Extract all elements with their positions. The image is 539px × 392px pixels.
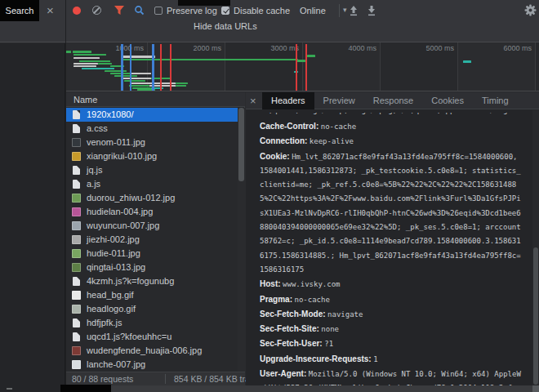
header-entry: Cache-Control: no-cache	[260, 119, 521, 134]
table-row[interactable]: hudielan-004.jpg	[65, 205, 238, 219]
scrollbar-thumb[interactable]	[238, 108, 244, 181]
search-icon[interactable]	[134, 5, 145, 16]
tab-response[interactable]: Response	[364, 92, 423, 109]
network-overview-timeline[interactable]: 1000 ms2000 ms3000 ms4000 ms5000 ms6000 …	[65, 42, 539, 91]
image-file-icon	[72, 207, 81, 216]
preserve-log-checkbox[interactable]	[154, 7, 163, 15]
table-row[interactable]: wudengfende_huajia-006.jpg	[65, 344, 238, 358]
table-row[interactable]: a.css	[65, 122, 238, 136]
table-row[interactable]: jq.js	[65, 163, 238, 177]
table-row[interactable]: wuyuncun-007.jpg	[65, 219, 238, 233]
image-file-icon	[72, 138, 81, 147]
tab-timing[interactable]: Timing	[473, 92, 518, 109]
image-file-icon	[72, 305, 81, 314]
table-row[interactable]: duorou_zhiwu-012.jpg	[65, 191, 238, 205]
network-toolbar: Search × Preserve log Disable cache Onli…	[0, 0, 539, 21]
request-name: wuyuncun-007.jpg	[87, 219, 159, 233]
chevron-down-icon[interactable]: ▾	[343, 6, 347, 14]
request-headers-content[interactable]: ml;q=0.9,image/webp,image/apng,*/*;q=0.8…	[246, 110, 532, 385]
header-name: Cookie:	[260, 152, 290, 161]
image-file-icon	[72, 194, 81, 203]
request-name: hudielan-004.jpg	[87, 205, 153, 219]
table-row[interactable]: jiezhi-002.jpg	[65, 233, 238, 247]
tab-preview[interactable]: Preview	[314, 92, 364, 109]
disable-cache-label: Disable cache	[234, 6, 290, 16]
waterfall-bar	[463, 60, 471, 63]
header-value: Hm_lvt_862071acf8e9faf43a13fd4ea795ff8c=…	[260, 153, 521, 274]
scroll-corner	[532, 385, 539, 392]
name-scrollbar[interactable]	[238, 108, 245, 372]
disable-cache-checkbox[interactable]	[221, 7, 229, 15]
document-file-icon	[73, 318, 80, 327]
waterfall-bar	[297, 60, 305, 62]
request-name: venom-011.jpg	[87, 136, 145, 149]
request-name: a.js	[87, 177, 100, 191]
header-entry: Connection: keep-alive	[260, 134, 521, 149]
details-scrollbar[interactable]	[532, 110, 539, 385]
domcontentloaded-line	[121, 44, 123, 91]
document-file-icon	[73, 180, 80, 189]
table-row[interactable]: headlogo.gif	[65, 302, 238, 316]
header-name: Connection:	[260, 136, 307, 145]
filter-icon[interactable]	[114, 6, 125, 16]
search-drawer-tab[interactable]: Search	[0, 0, 39, 21]
name-column-header[interactable]: Name	[65, 92, 245, 107]
table-row[interactable]: head_bg.gif	[65, 288, 238, 302]
document-file-icon	[73, 166, 80, 175]
document-file-icon	[73, 110, 80, 119]
waterfall-bar	[74, 63, 98, 65]
header-value: none	[321, 325, 339, 333]
header-name: Sec-Fetch-Site:	[260, 324, 319, 333]
header-value: no-cache	[295, 296, 330, 304]
header-value: www.ivsky.com	[283, 280, 340, 288]
timeline-gridline	[457, 42, 458, 91]
table-row[interactable]: lanche-007.jpg	[65, 358, 238, 372]
toolbar-divider	[339, 4, 340, 17]
resize-handle	[7, 388, 12, 390]
scrollbar-thumb[interactable]	[533, 247, 538, 385]
header-value: keep-alive	[310, 137, 354, 145]
table-row[interactable]: hdfjpfk.js	[65, 316, 238, 330]
tab-headers[interactable]: Headers	[262, 92, 314, 109]
waterfall-bar	[65, 51, 71, 53]
header-value: ml;q=0.9,image/webp,image/apng,*/*;q=0.8…	[260, 113, 521, 119]
close-icon[interactable]: ×	[47, 4, 54, 16]
devtools-window: Search × Preserve log Disable cache Onli…	[0, 0, 539, 392]
import-har-icon[interactable]	[349, 5, 359, 16]
table-row[interactable]: qingtai-013.jpg	[65, 261, 238, 274]
waterfall-bar	[79, 60, 110, 63]
details-tabbar: × HeadersPreviewResponseCookiesTiming	[246, 92, 539, 109]
record-icon[interactable]	[73, 7, 81, 15]
table-row[interactable]: 4kzmh.js?k=fogunubg	[65, 274, 238, 288]
request-name: wudengfende_huajia-006.jpg	[87, 344, 202, 358]
header-value: navigate	[327, 310, 363, 318]
request-rows: 1920x1080/a.cssvenom-011.jpgxiangrikui-0…	[65, 108, 238, 372]
table-row[interactable]: uqcd1.js?kfoeuhhc=u	[65, 330, 238, 344]
panel-divider	[65, 0, 66, 385]
timeline-tick-label: 5000 ms	[425, 44, 454, 52]
waterfall-bar	[98, 63, 112, 65]
table-row[interactable]: xiangrikui-010.jpg	[65, 149, 238, 163]
waterfall-bar	[307, 55, 315, 57]
table-row[interactable]: venom-011.jpg	[65, 136, 238, 149]
header-entry: Sec-Fetch-Site: none	[260, 322, 521, 336]
request-name: duorou_zhiwu-012.jpg	[87, 191, 175, 205]
timeline-gridline	[302, 42, 303, 91]
load-event-line	[305, 44, 307, 91]
tab-cookies[interactable]: Cookies	[422, 92, 473, 109]
header-value: 1	[373, 355, 377, 363]
close-details-icon[interactable]: ×	[250, 95, 256, 107]
throttling-dropdown[interactable]: Online	[300, 6, 326, 16]
image-file-icon	[72, 152, 81, 161]
table-row[interactable]: a.js	[65, 177, 238, 191]
timeline-tick-label: 2000 ms	[193, 44, 221, 52]
export-har-icon[interactable]	[367, 5, 376, 16]
table-row[interactable]: 1920x1080/	[65, 108, 238, 122]
table-row[interactable]: hudie-011.jpg	[65, 247, 238, 261]
timeline-gridline	[225, 42, 225, 91]
taskbar-fragment	[60, 385, 111, 392]
clear-icon[interactable]	[92, 6, 101, 15]
request-name: qingtai-013.jpg	[87, 261, 145, 274]
header-name: Host:	[260, 279, 281, 288]
gear-icon[interactable]	[524, 4, 537, 16]
